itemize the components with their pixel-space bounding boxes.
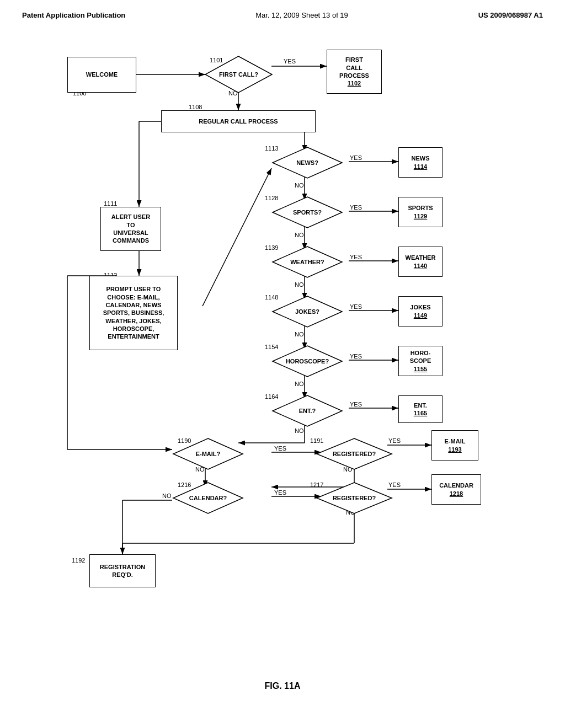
sports-diamond: SPORTS?	[271, 196, 343, 229]
svg-line-8	[202, 168, 271, 306]
registered-cal-diamond: REGISTERED?	[316, 481, 393, 515]
calendar-diamond: CALENDAR?	[172, 481, 244, 515]
news-box: NEWS 1114	[398, 147, 443, 178]
welcome-box: WELCOME	[67, 57, 136, 93]
registration-box: REGISTRATION REQ'D.	[89, 554, 156, 587]
label-yes-calendar: YES	[274, 489, 286, 496]
label-no-calendar: NO	[162, 493, 172, 499]
calendar-result-box: CALENDAR 1218	[431, 474, 481, 505]
label-yes-sports: YES	[350, 204, 362, 211]
weather-box: WEATHER 1140	[398, 247, 443, 277]
fig-label: FIG. 11A	[22, 681, 543, 691]
header-right: US 2009/068987 A1	[478, 11, 543, 19]
header: Patent Application Publication Mar. 12, …	[22, 11, 543, 19]
label-yes-news: YES	[350, 154, 362, 161]
ent-box: ENT. 1165	[398, 395, 443, 423]
registered-email-diamond: REGISTERED?	[316, 437, 393, 470]
label-yes-ent: YES	[350, 401, 362, 408]
label-1192: 1192	[72, 557, 85, 564]
label-no-news: NO	[295, 182, 304, 189]
diagram-area: YES NO YES NO YES NO YES NO YES NO YES N…	[34, 25, 531, 676]
label-1108: 1108	[189, 104, 202, 110]
label-no-jokes: NO	[295, 331, 304, 338]
label-no-sports: NO	[295, 232, 304, 238]
jokes-diamond: JOKES?	[271, 295, 343, 328]
first-call-diamond: FIRST CALL?	[204, 55, 273, 94]
label-no-ent: NO	[295, 427, 304, 434]
news-diamond: NEWS?	[271, 146, 343, 179]
label-no-horoscope: NO	[295, 381, 304, 387]
email-result-box: E-MAIL 1193	[431, 430, 478, 461]
label-yes-email: YES	[274, 445, 286, 452]
first-call-process-box: FIRST CALL PROCESS 1102	[327, 50, 382, 94]
regular-call-box: REGULAR CALL PROCESS	[161, 110, 316, 132]
label-yes-firstcall: YES	[284, 58, 296, 65]
page: Patent Application Publication Mar. 12, …	[0, 0, 565, 728]
label-yes-jokes: YES	[350, 303, 362, 310]
email-diamond: E-MAIL?	[172, 437, 244, 470]
horoscope-diamond: HOROSCOPE?	[271, 345, 343, 378]
header-center: Mar. 12, 2009 Sheet 13 of 19	[255, 11, 348, 19]
header-left: Patent Application Publication	[22, 11, 125, 19]
sports-box: SPORTS 1129	[398, 197, 443, 227]
label-no-weather: NO	[295, 281, 304, 288]
weather-diamond: WEATHER?	[271, 245, 343, 279]
horoscope-box: HORO- SCOPE 1155	[398, 346, 443, 376]
label-1111: 1111	[104, 200, 117, 207]
label-yes-weather: YES	[350, 254, 362, 260]
ent-diamond: ENT.?	[271, 394, 343, 427]
jokes-box: JOKES 1149	[398, 296, 443, 326]
alert-user-box: ALERT USER TO UNIVERSAL COMMANDS	[100, 207, 161, 251]
prompt-user-box: PROMPT USER TO CHOOSE: E-MAIL, CALENDAR,…	[89, 276, 178, 350]
label-yes-horoscope: YES	[350, 353, 362, 360]
